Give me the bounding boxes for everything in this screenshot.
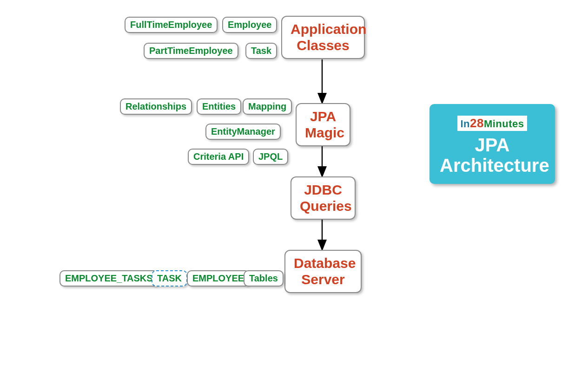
logo-in28minutes: In28Minutes <box>457 116 527 131</box>
leaf-label: Entities <box>202 101 236 111</box>
leaf-label: Employee <box>228 20 271 30</box>
leaf-mapping[interactable]: Mapping <box>243 98 292 115</box>
title-line1: JPA <box>475 135 510 155</box>
leaf-label: EntityManager <box>211 126 275 137</box>
leaf-employee[interactable]: Employee <box>222 17 277 33</box>
leaf-criteria-api[interactable]: Criteria API <box>188 149 249 165</box>
leaf-employee-tasks-table[interactable]: EMPLOYEE_TASKS <box>59 270 159 287</box>
leaf-label: JPQL <box>258 151 283 162</box>
leaf-label: EMPLOYEE <box>192 273 244 283</box>
leaf-label: Tables <box>249 273 278 283</box>
node-label-line1: JPA <box>310 109 336 124</box>
leaf-employee-table[interactable]: EMPLOYEE <box>187 270 250 287</box>
logo-part-in: In <box>460 118 470 130</box>
leaf-fulltimeemployee[interactable]: FullTimeEmployee <box>125 17 218 33</box>
leaf-label: FullTimeEmployee <box>130 20 212 30</box>
node-application-classes[interactable]: Application Classes <box>281 16 365 59</box>
leaf-label: Relationships <box>126 101 186 111</box>
logo-part-28: 28 <box>470 116 484 130</box>
title-card: In28Minutes JPA Architecture <box>429 104 555 184</box>
node-jpa-magic[interactable]: JPA Magic <box>296 103 350 146</box>
node-label-line1: JDBC <box>304 182 342 197</box>
node-label-line2: Classes <box>297 38 349 53</box>
leaf-label: Criteria API <box>193 151 244 162</box>
node-label-line1: Application <box>291 21 366 37</box>
node-label-line2: Queries <box>300 198 352 214</box>
leaf-label: TASK <box>157 273 182 283</box>
leaf-label: Mapping <box>248 101 286 111</box>
leaf-entities[interactable]: Entities <box>197 98 241 115</box>
leaf-relationships[interactable]: Relationships <box>120 98 192 115</box>
leaf-label: PartTimeEmployee <box>149 46 233 56</box>
leaf-entitymanager[interactable]: EntityManager <box>205 124 281 140</box>
node-database-server[interactable]: Database Server <box>284 250 362 293</box>
logo-part-minutes: Minutes <box>484 118 524 130</box>
node-label-line2: Server <box>301 272 344 287</box>
node-jdbc-queries[interactable]: JDBC Queries <box>291 176 356 220</box>
leaf-jpql[interactable]: JPQL <box>253 149 288 165</box>
leaf-label: EMPLOYEE_TASKS <box>65 273 153 283</box>
leaf-label: Task <box>251 46 271 56</box>
node-label-line1: Database <box>294 255 356 271</box>
title-line2: Architecture <box>440 155 549 176</box>
leaf-tables[interactable]: Tables <box>244 270 284 287</box>
leaf-task-table[interactable]: TASK <box>152 270 187 287</box>
node-label-line2: Magic <box>305 125 344 140</box>
leaf-task[interactable]: Task <box>245 43 277 59</box>
leaf-parttimeemployee[interactable]: PartTimeEmployee <box>144 43 238 59</box>
